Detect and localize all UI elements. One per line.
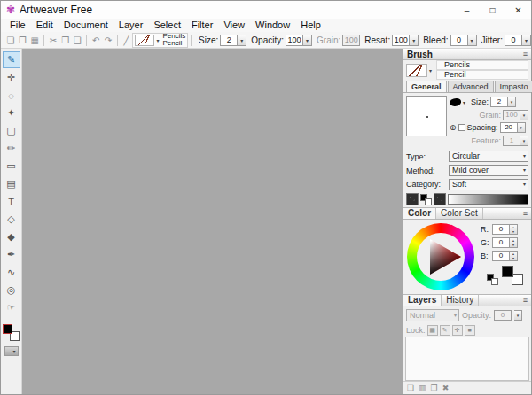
brush-variant-name[interactable]: Pencil xyxy=(436,70,528,80)
color-wheel[interactable] xyxy=(406,222,477,291)
spacing-link-icon[interactable]: ⊕ xyxy=(450,123,457,132)
green-input[interactable]: 0 xyxy=(492,237,510,248)
bleed-dropdown-icon[interactable]: ▾ xyxy=(468,35,477,46)
spin-down-icon[interactable]: ▾ xyxy=(510,256,517,260)
gradient-ramp[interactable] xyxy=(448,194,528,205)
red-input[interactable]: 0 xyxy=(492,224,510,235)
brush-preset-row[interactable]: ▾ Pencils Pencil xyxy=(403,60,531,80)
eyedropper-tool[interactable]: ✒ xyxy=(3,246,20,263)
minimize-button[interactable]: – xyxy=(454,1,480,19)
lock-position-icon[interactable]: ✛ xyxy=(452,325,463,336)
menu-select[interactable]: Select xyxy=(148,19,186,32)
size-input[interactable]: 2 xyxy=(220,35,238,46)
hand-tool[interactable]: ☞ xyxy=(3,299,20,316)
selection-tool[interactable]: ◌ xyxy=(3,87,20,104)
resat-input[interactable]: 100 xyxy=(392,35,410,46)
saturation-triangle[interactable] xyxy=(417,233,465,281)
fill-tool[interactable]: ◆ xyxy=(3,228,20,245)
spin-down-icon[interactable]: ▾ xyxy=(510,229,517,234)
smudge-tool[interactable]: ∿ xyxy=(3,264,20,281)
opacity-dropdown-icon[interactable]: ▾ xyxy=(303,35,312,46)
crop-tool[interactable]: ▢ xyxy=(3,122,20,139)
tab-color-set[interactable]: Color Set xyxy=(436,208,483,219)
foreground-background-swatches[interactable] xyxy=(502,266,523,285)
brush-method-select[interactable]: Mild cover ▾ xyxy=(449,165,528,176)
menu-view[interactable]: View xyxy=(218,19,250,32)
blue-spinner[interactable]: ▴ ▾ xyxy=(510,251,518,261)
magic-wand-tool[interactable]: ✦ xyxy=(3,105,20,121)
close-button[interactable]: ✕ xyxy=(505,1,531,19)
menu-filter[interactable]: Filter xyxy=(186,19,218,32)
save-icon[interactable]: ▦ xyxy=(28,35,41,45)
brush-category-name[interactable]: Pencils xyxy=(436,60,528,70)
text-tool[interactable]: T xyxy=(3,193,20,210)
tab-color[interactable]: Color xyxy=(403,208,436,219)
green-spinner[interactable]: ▴ ▾ xyxy=(510,237,518,248)
panel-menu-icon[interactable]: ≡ xyxy=(523,296,531,305)
blue-input[interactable]: 0 xyxy=(492,251,510,261)
spacing-checkbox[interactable] xyxy=(458,124,466,131)
foreground-background-swatches[interactable] xyxy=(3,324,20,341)
new-document-icon[interactable]: ❏ xyxy=(4,35,17,45)
tab-general[interactable]: General xyxy=(406,81,447,92)
brush-preset-selector[interactable]: ▾ Pencils Pencil xyxy=(132,33,188,48)
tab-history[interactable]: History xyxy=(442,295,479,306)
paste-icon[interactable]: ❑ xyxy=(72,35,84,45)
lock-paint-icon[interactable]: ✎ xyxy=(440,325,450,336)
brush-stroke-icon[interactable]: ╱ xyxy=(121,35,133,45)
spin-down-icon[interactable]: ▾ xyxy=(510,243,517,247)
menu-edit[interactable]: Edit xyxy=(31,19,59,32)
eraser-tool[interactable]: ▭ xyxy=(3,158,20,174)
open-icon[interactable]: ❒ xyxy=(17,35,29,45)
resat-dropdown-icon[interactable]: ▾ xyxy=(410,35,419,46)
new-layer-button[interactable]: ❏ xyxy=(407,383,414,392)
mini-color-pair[interactable] xyxy=(420,194,432,205)
brush-category-select[interactable]: Soft ▾ xyxy=(449,179,528,190)
copy-icon[interactable]: ❐ xyxy=(59,35,72,45)
menu-document[interactable]: Document xyxy=(59,19,113,32)
foreground-color-swatch[interactable] xyxy=(3,324,12,334)
canvas[interactable] xyxy=(22,49,403,394)
delete-layer-button[interactable]: ✖ xyxy=(442,383,450,392)
menu-window[interactable]: Window xyxy=(250,19,295,32)
jitter-input[interactable]: 0 xyxy=(505,35,522,46)
pencil-tool[interactable]: ✏ xyxy=(3,140,20,157)
bleed-input[interactable]: 0 xyxy=(450,35,468,46)
red-spinner[interactable]: ▴ ▾ xyxy=(510,224,518,235)
tab-layers[interactable]: Layers xyxy=(403,295,442,306)
tab-impasto[interactable]: Impasto xyxy=(495,81,532,92)
menu-layer[interactable]: Layer xyxy=(113,19,149,32)
panel-menu-icon[interactable]: ≡ xyxy=(523,50,528,58)
menu-file[interactable]: File xyxy=(4,19,31,32)
lock-all-icon[interactable]: ■ xyxy=(465,325,475,336)
default-colors-icon[interactable] xyxy=(487,274,498,285)
brush-type-select[interactable]: Circular ▾ xyxy=(449,151,528,162)
chevron-down-icon[interactable]: ▾ xyxy=(461,99,467,105)
layer-list[interactable] xyxy=(405,337,529,381)
tab-advanced[interactable]: Advanced xyxy=(448,81,494,92)
maximize-button[interactable]: □ xyxy=(480,1,505,19)
foreground-color-swatch[interactable] xyxy=(502,266,513,277)
texture-swatch-2[interactable] xyxy=(434,193,446,205)
menu-help[interactable]: Help xyxy=(295,19,326,32)
redo-icon[interactable]: ↷ xyxy=(102,35,114,45)
toolbox-preview-selector[interactable]: ▾ xyxy=(4,346,19,356)
duplicate-layer-button[interactable]: ❐ xyxy=(431,383,438,392)
brush-spacing-input[interactable]: 20 xyxy=(500,122,518,133)
brush-size-dropdown-icon[interactable]: ▾ xyxy=(508,97,516,107)
panel-menu-icon[interactable]: ≡ xyxy=(523,209,531,218)
cut-icon[interactable]: ✂ xyxy=(47,35,59,45)
texture-swatch-1[interactable] xyxy=(406,193,419,205)
opacity-input[interactable]: 100 xyxy=(286,35,303,46)
jitter-dropdown-icon[interactable]: ▾ xyxy=(522,35,531,46)
move-tool[interactable]: ✛ xyxy=(3,69,20,86)
shape-tool[interactable]: ◇ xyxy=(3,211,20,228)
brush-spacing-dropdown-icon[interactable]: ▾ xyxy=(518,122,526,133)
lock-transparency-icon[interactable]: ▦ xyxy=(427,325,438,336)
brush-size-input[interactable]: 2 xyxy=(490,97,508,107)
undo-icon[interactable]: ↶ xyxy=(90,35,102,45)
clone-stamp-tool[interactable]: ▤ xyxy=(3,175,20,192)
size-dropdown-icon[interactable]: ▾ xyxy=(238,35,246,46)
zoom-tool[interactable]: ◎ xyxy=(3,282,20,298)
brush-tip-icon[interactable] xyxy=(450,98,461,106)
